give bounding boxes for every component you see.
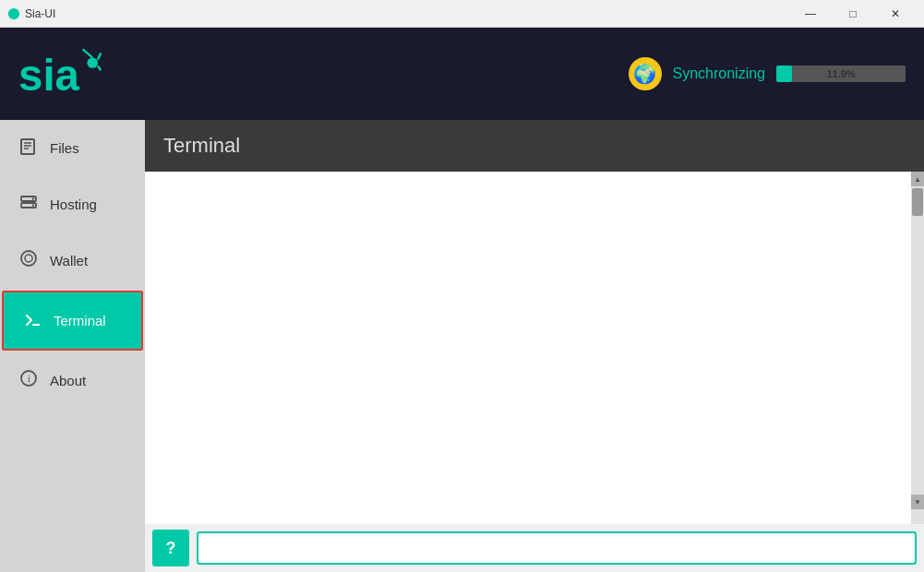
terminal-icon [22,309,42,332]
scrollbar[interactable]: ▲ ▼ [911,172,924,524]
app-title: Sia-UI [25,7,55,20]
sidebar: Files Hosting Wallet Terminal [0,120,145,572]
sync-progress-bar: 11.9% [776,66,906,82]
sidebar-item-wallet[interactable]: Wallet [0,232,145,289]
sidebar-wallet-label: Wallet [50,253,88,268]
sidebar-item-hosting[interactable]: Hosting [0,176,145,232]
sync-container: 🌍 Synchronizing 11.9% [629,57,906,90]
svg-point-12 [32,197,34,199]
sia-logo: sia [18,46,102,101]
svg-text:i: i [28,373,30,384]
titlebar: Sia-UI — □ ✕ [0,0,924,28]
sidebar-hosting-label: Hosting [50,197,97,212]
svg-line-3 [83,49,93,57]
svg-point-15 [25,255,32,262]
sidebar-terminal-label: Terminal [54,313,106,328]
page-header: Terminal [145,120,924,172]
terminal-output-area: ▲ ▼ [145,172,924,524]
terminal-input-field[interactable] [197,531,917,565]
sidebar-item-terminal[interactable]: Terminal [2,291,143,351]
help-button[interactable]: ? [152,530,189,566]
titlebar-title: Sia-UI [7,7,55,20]
svg-point-13 [32,204,34,206]
sidebar-files-label: Files [50,140,79,156]
minimize-button[interactable]: — [789,0,832,28]
app-icon [7,7,20,20]
svg-point-2 [87,57,97,67]
sidebar-item-about[interactable]: i About [0,352,145,409]
app-container: sia 🌍 Synchronizing 11.9% [0,28,924,572]
sync-globe-icon: 🌍 [629,57,662,90]
svg-rect-6 [21,139,34,154]
sync-percent-label: 11.9% [776,66,906,82]
page-title: Terminal [163,134,906,158]
close-button[interactable]: ✕ [874,0,917,28]
body-row: Files Hosting Wallet Terminal [0,120,924,572]
maximize-button[interactable]: □ [832,0,874,28]
terminal-input-bar: ? [145,524,924,572]
about-icon: i [18,369,39,392]
logo-container: sia [18,46,102,101]
scroll-down-arrow[interactable]: ▼ [911,495,924,509]
svg-line-5 [98,66,101,70]
scroll-thumb[interactable] [912,188,923,216]
hosting-icon [18,193,39,216]
window-controls: — □ ✕ [789,0,917,28]
svg-point-14 [21,251,36,266]
svg-text:sia: sia [18,51,80,100]
svg-line-4 [98,54,101,60]
scroll-up-arrow[interactable]: ▲ [911,172,924,186]
svg-point-0 [8,7,19,18]
files-icon [18,137,39,160]
main-content: Terminal ▲ ▼ ? [145,120,924,572]
sidebar-item-files[interactable]: Files [0,120,145,176]
sidebar-about-label: About [50,373,86,388]
wallet-icon [18,249,39,272]
header: sia 🌍 Synchronizing 11.9% [0,28,924,120]
sync-status-label: Synchronizing [673,66,766,82]
